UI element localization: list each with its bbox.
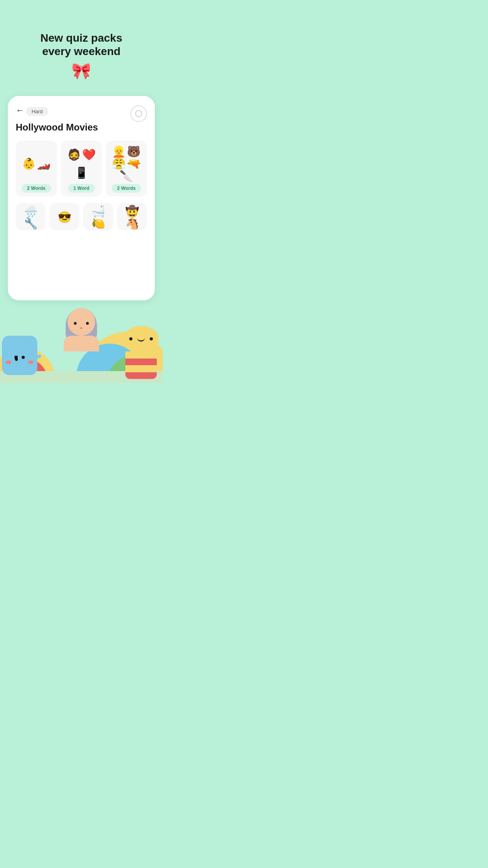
word-badge-1: 2 Words (22, 184, 51, 193)
eye-right (22, 356, 25, 359)
illustration-area: ● (0, 296, 163, 383)
back-button[interactable]: ← (16, 105, 24, 116)
emoji-annoyed: 😤 (112, 158, 126, 169)
cheek-right (28, 360, 33, 364)
puzzle-card-4[interactable]: 🌧️ 🔧 (16, 203, 46, 230)
top-section: New quiz packs every weekend 🎀 (0, 16, 163, 96)
girl-eye-right (86, 322, 89, 325)
emoji-gun: 🔫 (127, 158, 141, 169)
puzzle-card-2[interactable]: 🧔 ❤️ 📱 1 Word (61, 141, 102, 197)
puzzle-emojis-4: 🌧️ 🔧 (19, 206, 42, 229)
difficulty-badge: Hard (26, 107, 48, 116)
emoji-blond: 👱 (112, 146, 126, 157)
char-blue-card: ● (2, 336, 37, 375)
emoji-wrench: 🔧 (24, 218, 38, 229)
puzzle-card-1[interactable]: 👶 🏎️ 2 Words (16, 141, 57, 197)
puzzle-emojis-1: 👶 🏎️ (22, 146, 51, 182)
puzzle-card-6[interactable]: 🛁 🍋 (83, 203, 113, 230)
emoji-phone: 📱 (75, 167, 88, 178)
popcorn-smile (137, 338, 145, 342)
emoji-lemon: 🍋 (92, 218, 105, 229)
emoji-heart: ❤️ (82, 149, 96, 160)
card-title: Hollywood Movies (16, 122, 147, 133)
puzzle-emojis-5: 😎 (58, 208, 72, 226)
puzzle-row-2: 🌧️ 🔧 😎 🛁 🍋 � (16, 203, 147, 230)
background-area: New quiz packs every weekend 🎀 ← Hard Ho… (0, 0, 163, 383)
emoji-man: 🧔 (67, 149, 81, 160)
puzzle-card-3[interactable]: 👱 🐻 😤 🔫 🔪 2 Words (106, 141, 147, 197)
emoji-racecar: 🏎️ (37, 158, 51, 169)
emoji-horse: 🐴 (125, 218, 139, 229)
popcorn-body (125, 351, 157, 379)
girl-eye-left (74, 322, 77, 325)
char-girl (56, 304, 107, 383)
word-badge-2: 1 Word (68, 184, 95, 193)
emoji-bathtub: 🛁 (92, 206, 105, 217)
popcorn-eye-right (150, 337, 153, 340)
emoji-baby: 👶 (22, 158, 36, 169)
girl-mouth (80, 327, 83, 329)
header-title: New quiz packs every weekend (0, 31, 163, 62)
title-line-1: New quiz packs (40, 32, 123, 44)
settings-button[interactable] (130, 105, 147, 122)
bow-emoji: 🎀 (0, 62, 163, 80)
emoji-cowboy: 🤠 (125, 206, 139, 217)
puzzle-emojis-3: 👱 🐻 😤 🔫 🔪 (109, 146, 144, 182)
emoji-bear: 🐻 (127, 146, 141, 157)
title-line-2: every weekend (42, 45, 120, 57)
girl-body (64, 336, 99, 351)
emoji-cloud-rain: 🌧️ (24, 206, 38, 217)
app-wrapper: New quiz packs every weekend 🎀 ← Hard Ho… (0, 0, 163, 383)
puzzle-card-7[interactable]: 🤠 🐴 (117, 203, 147, 230)
puzzle-card-5[interactable]: 😎 (50, 203, 79, 230)
emoji-sunglasses: 😎 (58, 212, 72, 223)
quiz-card: ← Hard Hollywood Movies 👶 🏎️ 2 Words (8, 96, 155, 300)
puzzle-emojis-6: 🛁 🍋 (86, 206, 110, 229)
cheek-left (6, 360, 11, 364)
char-popcorn (119, 326, 163, 379)
eye-left: ● (15, 356, 18, 359)
popcorn-eye-left (129, 337, 132, 340)
puzzle-emojis-7: 🤠 🐴 (120, 206, 144, 229)
settings-icon (135, 110, 142, 117)
puzzle-emojis-2: 🧔 ❤️ 📱 (64, 146, 99, 182)
word-badge-3: 2 Words (112, 184, 141, 193)
puzzle-row-1: 👶 🏎️ 2 Words 🧔 ❤️ 📱 1 Word (16, 141, 147, 197)
emoji-knife: 🔪 (119, 171, 133, 182)
